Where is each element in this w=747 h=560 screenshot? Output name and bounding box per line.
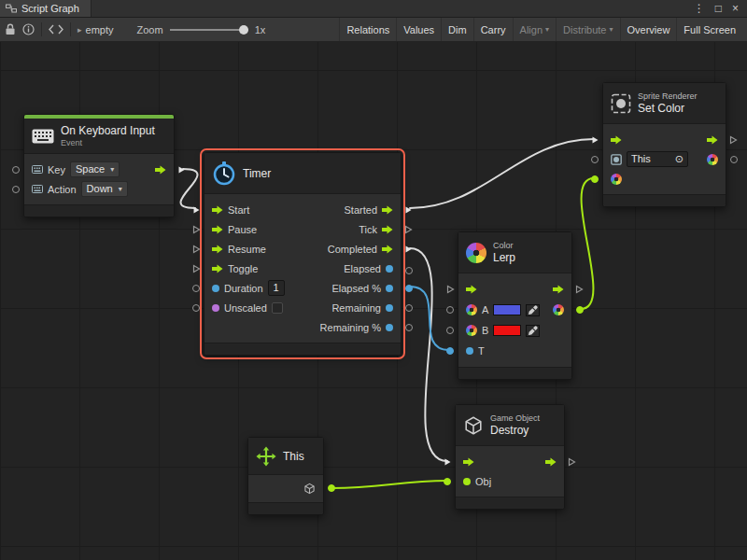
duration-input[interactable]: 1 [268, 280, 285, 296]
fullscreen-button[interactable]: Full Screen [676, 18, 742, 41]
flow-out-port[interactable] [707, 135, 718, 145]
window-menu-icon[interactable]: ⋮ [694, 3, 705, 14]
self-output-port[interactable] [328, 484, 335, 492]
node-on-keyboard-input[interactable]: On Keyboard Input Event Key Space ▾ [23, 114, 175, 217]
relations-button[interactable]: Relations [339, 18, 396, 41]
flow-out-port[interactable] [545, 457, 557, 467]
carry-button[interactable]: Carry [473, 18, 513, 41]
close-icon[interactable]: × [732, 3, 739, 14]
wire-timer-completed-to-destroy[interactable] [410, 248, 447, 461]
completed-output-port[interactable] [404, 245, 413, 254]
duration-data-port[interactable] [212, 285, 219, 292]
remaining-pct-output-port[interactable] [405, 324, 413, 331]
flow-output-port[interactable] [729, 135, 738, 145]
unscaled-input-port[interactable] [192, 304, 200, 312]
align-button[interactable]: Align▾ [513, 18, 556, 41]
graph-breadcrumb[interactable]: ▸ empty [78, 24, 114, 35]
value-outside-port[interactable] [730, 156, 738, 163]
overview-button[interactable]: Overview [620, 18, 677, 41]
completed-flow-port[interactable] [382, 245, 393, 254]
unscaled-checkbox[interactable] [272, 302, 283, 314]
node-this[interactable]: This [247, 437, 324, 515]
elapsed-data-port[interactable] [386, 265, 393, 273]
color-a-swatch[interactable] [493, 304, 521, 315]
remaining-data-port[interactable] [386, 304, 393, 312]
flow-in-port[interactable] [466, 285, 477, 294]
object-picker-icon[interactable]: ⊙ [675, 153, 684, 165]
color-outside-port[interactable] [591, 175, 599, 183]
lock-icon[interactable] [5, 23, 16, 35]
t-data-port[interactable] [466, 347, 473, 355]
started-output-port[interactable] [404, 205, 413, 215]
color-input-port[interactable] [611, 174, 622, 185]
color-b-swatch[interactable] [493, 325, 521, 336]
flow-in-port[interactable] [611, 135, 622, 145]
remaining-pct-data-port[interactable] [386, 324, 393, 331]
resume-flow-port[interactable] [212, 245, 223, 254]
obj-input-port[interactable] [444, 478, 451, 485]
flow-input-port[interactable] [591, 135, 599, 145]
unscaled-data-port[interactable] [212, 304, 219, 312]
key-dropdown[interactable]: Space ▾ [70, 161, 120, 177]
code-brackets-icon[interactable] [49, 24, 63, 35]
remaining-output-port[interactable] [405, 304, 413, 312]
toggle-flow-port[interactable] [212, 264, 223, 273]
distribute-button[interactable]: Distribute▾ [556, 18, 619, 41]
zoom-slider-handle[interactable] [239, 25, 248, 35]
wire-keyboard-to-timer-start[interactable] [180, 169, 197, 208]
wire-this-to-destroy-obj[interactable] [332, 481, 447, 488]
result-outside-port[interactable] [576, 306, 584, 314]
pause-input-port[interactable] [192, 225, 201, 234]
tick-output-port[interactable] [404, 225, 413, 234]
t-input-port[interactable] [446, 347, 454, 355]
duration-input-port[interactable] [192, 285, 200, 292]
elapsed-pct-output-port[interactable] [405, 285, 413, 292]
trigger-flow-port[interactable] [155, 165, 166, 175]
tick-flow-port[interactable] [382, 225, 393, 234]
zoom-slider[interactable] [170, 24, 248, 35]
flow-input-port[interactable] [446, 285, 455, 294]
wire-timer-elapsedpct-to-lerp-t[interactable] [410, 287, 449, 350]
eyedropper-icon[interactable] [526, 325, 540, 337]
node-set-color[interactable]: Sprite Renderer Set Color This ⊙ [602, 82, 726, 207]
obj-data-port[interactable] [463, 478, 471, 485]
elapsed-output-port[interactable] [405, 267, 413, 274]
result-output-port[interactable] [553, 304, 564, 315]
flow-in-port[interactable] [463, 457, 474, 467]
dim-button[interactable]: Dim [441, 18, 473, 41]
start-flow-port[interactable] [212, 205, 223, 215]
action-input-port[interactable] [12, 186, 20, 193]
target-input-port[interactable] [591, 156, 599, 163]
color-type-icon[interactable] [466, 304, 477, 315]
a-input-port[interactable] [446, 306, 454, 314]
eyedropper-icon[interactable] [526, 304, 540, 316]
flow-output-port[interactable] [568, 457, 576, 467]
started-flow-port[interactable] [382, 205, 393, 215]
flow-out-port[interactable] [553, 285, 564, 294]
node-color-lerp[interactable]: Color Lerp A B [458, 231, 572, 380]
values-button[interactable]: Values [396, 18, 441, 41]
resume-input-port[interactable] [192, 245, 201, 254]
port-row-a: A [458, 300, 571, 320]
color-type-icon[interactable] [466, 325, 477, 336]
target-object-field[interactable]: This ⊙ [627, 151, 688, 167]
info-icon[interactable] [22, 23, 35, 35]
gameobject-cube-mini-icon[interactable] [303, 483, 316, 495]
maximize-icon[interactable]: □ [715, 3, 722, 14]
graph-canvas[interactable]: On Keyboard Input Event Key Space ▾ [0, 42, 747, 560]
node-destroy[interactable]: Game Object Destroy Obj [455, 404, 565, 510]
b-input-port[interactable] [446, 327, 454, 334]
key-input-port[interactable] [12, 166, 20, 174]
flow-input-port[interactable] [444, 457, 452, 467]
trigger-output-port[interactable] [177, 165, 186, 175]
flow-output-port[interactable] [575, 285, 584, 294]
action-dropdown[interactable]: Down ▾ [81, 181, 128, 197]
start-input-port[interactable] [192, 205, 201, 215]
wire-timer-started-to-setcolor[interactable] [410, 139, 594, 208]
value-output-port[interactable] [707, 154, 718, 165]
node-timer[interactable]: Timer Start Started Pause Tick [204, 152, 402, 356]
tab-script-graph[interactable]: Script Graph [0, 0, 92, 17]
elapsed-pct-data-port[interactable] [386, 285, 393, 292]
toggle-input-port[interactable] [192, 264, 201, 273]
pause-flow-port[interactable] [212, 225, 223, 234]
